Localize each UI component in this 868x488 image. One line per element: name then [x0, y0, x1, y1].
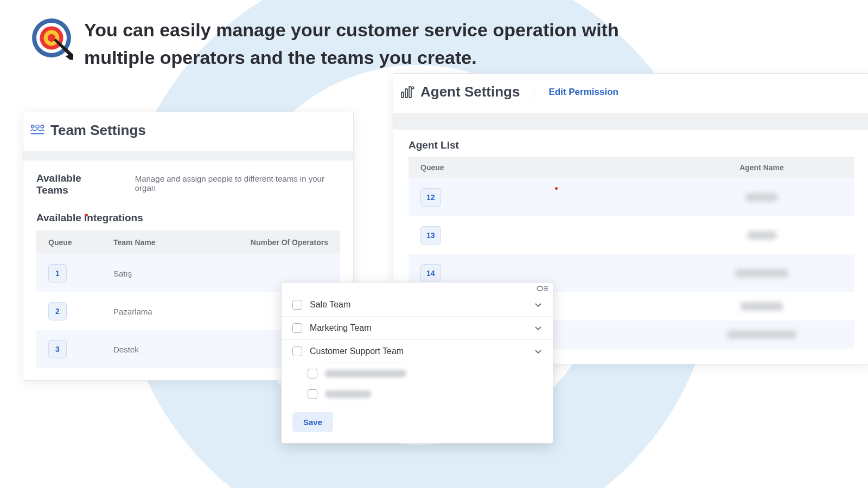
svg-rect-10: [405, 89, 407, 98]
col-operators: Number Of Operators: [241, 238, 328, 247]
dropdown-item-label: Customer Support Team: [310, 346, 527, 356]
edit-permission-link[interactable]: Edit Permission: [548, 87, 618, 98]
svg-rect-9: [401, 92, 404, 98]
svg-rect-13: [537, 286, 542, 291]
queue-badge: 12: [420, 188, 441, 207]
table-row[interactable]: 12: [409, 178, 854, 216]
team-picker-dropdown: Sale Team Marketing Team Customer Suppor…: [281, 282, 553, 444]
agent-settings-title: Agent Settings: [420, 84, 520, 100]
target-icon: [30, 16, 73, 60]
bars-icon: [400, 85, 415, 100]
team-name-cell: Destek: [113, 345, 241, 354]
divider: [534, 85, 534, 100]
team-settings-title: Team Settings: [50, 122, 146, 139]
save-button[interactable]: Save: [292, 412, 333, 432]
queue-badge: 14: [420, 264, 441, 282]
notification-dot: [85, 214, 88, 216]
toggle-view-icon[interactable]: [537, 285, 548, 292]
notification-dot: [555, 187, 558, 190]
checkbox[interactable]: [308, 389, 317, 399]
queue-badge: 3: [48, 340, 67, 358]
agent-name-cell: [745, 193, 778, 202]
agent-table-header: Queue Agent Name: [409, 157, 854, 178]
page-header: You can easily manage your customer serv…: [30, 16, 654, 72]
checkbox[interactable]: [292, 323, 302, 333]
queue-badge: 2: [48, 302, 67, 320]
agent-settings-title-row: Agent Settings Edit Permission: [393, 74, 868, 113]
checkbox[interactable]: [292, 300, 302, 310]
subitem-label: [325, 390, 371, 398]
divider: [23, 151, 353, 160]
checkbox[interactable]: [292, 346, 302, 356]
team-name-cell: Satış: [113, 269, 241, 278]
queue-badge: 13: [420, 226, 441, 245]
available-integrations-title: Available Integrations: [36, 212, 340, 224]
dropdown-item-label: Sale Team: [310, 300, 527, 310]
team-name-cell: Pazarlama: [113, 307, 241, 316]
col-agent-name: Agent Name: [583, 163, 843, 172]
header-text: You can easily manage your customer serv…: [84, 16, 654, 72]
col-queue: Queue: [48, 238, 113, 247]
dropdown-item-customer-support-team[interactable]: Customer Support Team: [282, 340, 553, 363]
svg-rect-11: [409, 87, 411, 98]
dropdown-subitem[interactable]: [282, 363, 553, 384]
agent-list-title: Agent List: [409, 139, 854, 151]
dropdown-subitem[interactable]: [282, 384, 553, 404]
checkbox[interactable]: [308, 369, 317, 378]
chevron-down-icon[interactable]: [534, 348, 542, 355]
svg-point-6: [36, 125, 39, 128]
chevron-down-icon[interactable]: [534, 301, 542, 309]
queue-badge: 1: [48, 264, 67, 282]
subitem-label: [325, 370, 406, 377]
dropdown-item-marketing-team[interactable]: Marketing Team: [282, 317, 553, 340]
agent-name-cell: [747, 231, 777, 240]
table-row[interactable]: 13: [409, 216, 854, 254]
team-icon: [30, 124, 45, 137]
available-teams-desc: Manage and assign people to different te…: [135, 174, 340, 192]
svg-point-12: [412, 87, 414, 89]
team-table-header: Queue Team Name Number Of Operators: [36, 230, 340, 254]
chevron-down-icon[interactable]: [534, 324, 542, 332]
team-settings-title-row: Team Settings: [23, 112, 353, 151]
dropdown-item-sale-team[interactable]: Sale Team: [282, 293, 553, 317]
agent-name-cell: [740, 302, 783, 311]
col-team-name: Team Name: [113, 238, 157, 247]
svg-point-7: [41, 125, 43, 127]
agent-name-cell: [726, 330, 797, 339]
divider: [393, 113, 868, 130]
agent-name-cell: [735, 269, 789, 278]
dropdown-item-label: Marketing Team: [310, 323, 527, 333]
available-teams-label: Available Teams: [36, 172, 113, 196]
col-queue: Queue: [420, 163, 583, 172]
